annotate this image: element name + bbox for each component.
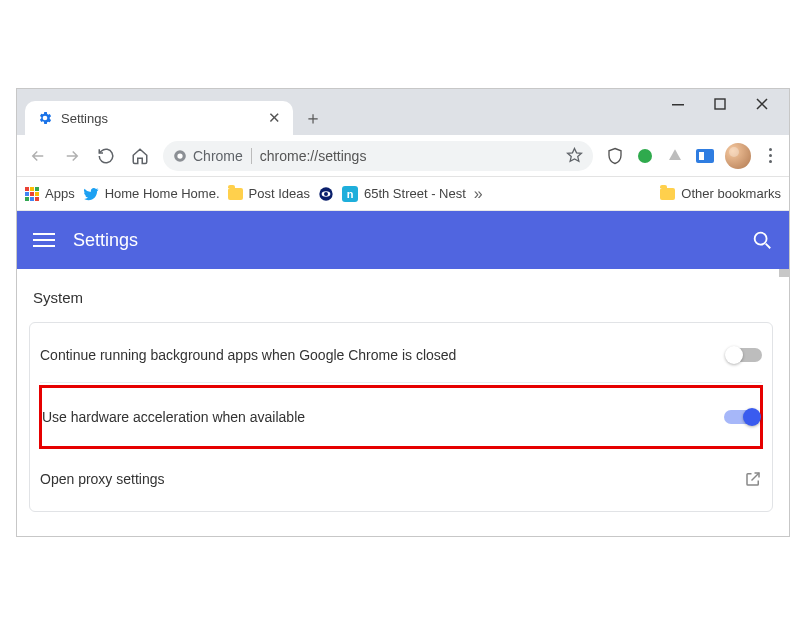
forward-icon[interactable] bbox=[57, 141, 87, 171]
n-icon: n bbox=[342, 186, 358, 202]
bookmark-label: Post Ideas bbox=[249, 186, 310, 201]
svg-rect-1 bbox=[715, 99, 725, 109]
apps-icon bbox=[25, 187, 39, 201]
svg-rect-5 bbox=[696, 149, 714, 163]
external-link-icon bbox=[744, 470, 762, 488]
svg-point-9 bbox=[324, 192, 328, 196]
bookmark-label: Home Home Home. bbox=[105, 186, 220, 201]
site-label: Chrome bbox=[193, 148, 243, 164]
tab-settings[interactable]: Settings ✕ bbox=[25, 101, 293, 135]
eye-icon bbox=[318, 186, 334, 202]
bookmarks-bar: Apps Home Home Home. Post Ideas n 65th S… bbox=[17, 177, 789, 211]
toolbar: Chrome chrome://settings bbox=[17, 135, 789, 177]
svg-point-3 bbox=[177, 153, 182, 158]
gear-icon bbox=[37, 110, 53, 126]
row-hardware-accel: Use hardware acceleration when available bbox=[39, 385, 763, 449]
card-blue-icon[interactable] bbox=[695, 146, 715, 166]
home-icon[interactable] bbox=[125, 141, 155, 171]
row-label: Use hardware acceleration when available bbox=[42, 409, 305, 425]
address-bar[interactable]: Chrome chrome://settings bbox=[163, 141, 593, 171]
svg-rect-6 bbox=[699, 152, 704, 160]
settings-header: Settings bbox=[17, 211, 789, 269]
star-icon[interactable] bbox=[566, 147, 583, 164]
row-background-apps: Continue running background apps when Go… bbox=[40, 327, 762, 383]
titlebar: Settings ✕ ＋ bbox=[17, 89, 789, 135]
svg-text:n: n bbox=[347, 188, 354, 200]
dot-green-icon[interactable] bbox=[635, 146, 655, 166]
url-text: chrome://settings bbox=[260, 148, 367, 164]
svg-rect-0 bbox=[672, 104, 684, 106]
extensions bbox=[601, 146, 719, 166]
reload-icon[interactable] bbox=[91, 141, 121, 171]
bookmark-other[interactable]: Other bookmarks bbox=[660, 186, 781, 201]
toggle-background-apps[interactable] bbox=[726, 348, 762, 362]
row-label: Open proxy settings bbox=[40, 471, 165, 487]
bookmark-label: 65th Street - Nest bbox=[364, 186, 466, 201]
new-tab-button[interactable]: ＋ bbox=[299, 104, 327, 132]
system-card: Continue running background apps when Go… bbox=[29, 322, 773, 512]
minimize-icon[interactable] bbox=[669, 95, 687, 113]
bookmark-label: Apps bbox=[45, 186, 75, 201]
back-icon[interactable] bbox=[23, 141, 53, 171]
bookmark-post[interactable]: Post Ideas bbox=[228, 186, 310, 201]
twitter-icon bbox=[83, 186, 99, 202]
svg-point-12 bbox=[755, 233, 767, 245]
bookmark-apps[interactable]: Apps bbox=[25, 186, 75, 201]
drive-icon[interactable] bbox=[665, 146, 685, 166]
settings-content: System Continue running background apps … bbox=[17, 269, 789, 536]
bookmark-cbs[interactable] bbox=[318, 186, 334, 202]
shield-icon[interactable] bbox=[605, 146, 625, 166]
search-icon[interactable] bbox=[751, 229, 773, 251]
window-controls bbox=[669, 95, 785, 113]
svg-point-4 bbox=[638, 149, 652, 163]
avatar[interactable] bbox=[725, 143, 751, 169]
hamburger-icon[interactable] bbox=[33, 229, 55, 251]
row-proxy[interactable]: Open proxy settings bbox=[40, 451, 762, 507]
scrollbar-up-icon[interactable] bbox=[779, 269, 789, 277]
menu-icon[interactable] bbox=[757, 148, 783, 163]
bookmark-home[interactable]: Home Home Home. bbox=[83, 186, 220, 202]
toggle-hardware-accel[interactable] bbox=[724, 410, 760, 424]
close-icon[interactable]: ✕ bbox=[265, 109, 283, 127]
browser-window: Settings ✕ ＋ Chrome chrome://setti bbox=[16, 88, 790, 537]
site-chip: Chrome bbox=[173, 148, 252, 164]
folder-icon bbox=[660, 188, 675, 200]
bookmark-nest[interactable]: n 65th Street - Nest bbox=[342, 186, 466, 202]
close-window-icon[interactable] bbox=[753, 95, 771, 113]
overflow-chevron-icon[interactable]: » bbox=[474, 185, 483, 203]
maximize-icon[interactable] bbox=[711, 95, 729, 113]
bookmark-label: Other bookmarks bbox=[681, 186, 781, 201]
settings-title: Settings bbox=[73, 230, 138, 251]
section-title: System bbox=[33, 289, 773, 306]
row-label: Continue running background apps when Go… bbox=[40, 347, 456, 363]
tab-title: Settings bbox=[61, 111, 108, 126]
folder-icon bbox=[228, 188, 243, 200]
